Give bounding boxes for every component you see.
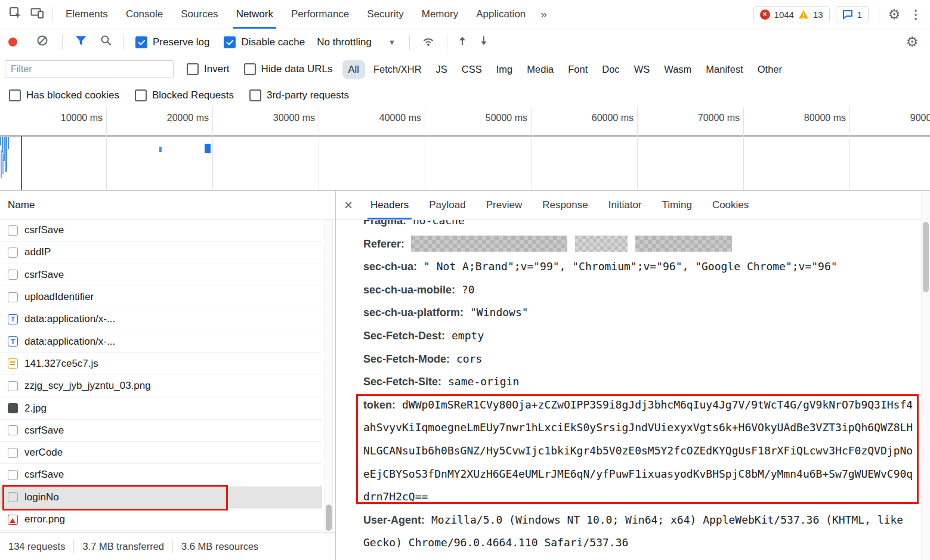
details-tab-preview[interactable]: Preview <box>476 191 532 219</box>
filter-pill-ws[interactable]: WS <box>628 60 656 79</box>
export-har-button[interactable] <box>473 31 495 54</box>
search-button[interactable] <box>95 31 117 54</box>
filter-pill-fetch-xhr[interactable]: Fetch/XHR <box>367 60 428 79</box>
toggle-device-toolbar-button[interactable] <box>26 3 48 26</box>
hide-data-urls-checkbox[interactable] <box>244 63 256 75</box>
request-row[interactable]: uploadIdentifier <box>0 286 322 308</box>
request-row[interactable]: verCode <box>0 442 322 464</box>
timeline-tick-label: 90000 ms <box>863 113 930 123</box>
request-row[interactable]: error.png <box>0 509 322 531</box>
has-blocked-cookies-checkbox[interactable] <box>9 89 21 101</box>
preserve-log-label: Preserve log <box>153 36 209 48</box>
request-row[interactable]: csrfSave <box>0 420 322 442</box>
filter-pill-doc[interactable]: Doc <box>596 60 625 79</box>
tab-memory[interactable]: Memory <box>413 0 467 29</box>
request-row[interactable]: csrfSave <box>0 219 322 242</box>
tab-network[interactable]: Network <box>227 0 282 29</box>
header-line-sec-fetch-site: Sec-Fetch-Site:same-origin <box>363 370 918 394</box>
header-name: sec-ch-ua-mobile: <box>363 284 455 296</box>
filter-pill-font[interactable]: Font <box>562 60 594 79</box>
request-row[interactable]: zzjg_scy_jyb_jyzntu_03.png <box>0 375 322 397</box>
filter-input[interactable] <box>5 60 174 78</box>
filter-toggle-button[interactable] <box>70 31 92 54</box>
inspect-element-button[interactable] <box>5 3 26 26</box>
errors-warnings-badge[interactable]: × 1044 13 <box>753 6 830 23</box>
header-line-sec-fetch-dest: Sec-Fetch-Dest:empty <box>363 324 918 348</box>
record-network-log-button[interactable] <box>8 38 17 47</box>
tab-security[interactable]: Security <box>358 0 412 29</box>
tab-application[interactable]: Application <box>467 0 534 29</box>
settings-button[interactable]: ⚙ <box>883 3 905 26</box>
details-tab-payload[interactable]: Payload <box>419 191 475 219</box>
throttling-select[interactable]: No throttling ▼ <box>317 36 396 48</box>
request-row[interactable]: 2.jpg <box>0 397 322 419</box>
details-tab-cookies[interactable]: Cookies <box>702 191 759 219</box>
request-row[interactable]: Tdata:application/x-... <box>0 330 322 352</box>
timeline-ruler-line <box>0 135 930 137</box>
filter-pill-manifest[interactable]: Manifest <box>700 60 749 79</box>
header-line-user-agent: User-Agent:Mozilla/5.0 (Windows NT 10.0;… <box>363 509 918 555</box>
request-row[interactable]: addIP <box>0 242 322 264</box>
details-tab-headers[interactable]: Headers <box>360 191 419 219</box>
timeline-activity-mark <box>8 137 9 149</box>
toolbar-divider <box>52 7 52 22</box>
document-icon <box>8 270 18 280</box>
filter-pill-all[interactable]: All <box>342 60 365 79</box>
tab-elements[interactable]: Elements <box>57 0 117 29</box>
filter-pill-css[interactable]: CSS <box>456 60 488 79</box>
funnel-icon <box>75 35 87 49</box>
header-name: User-Agent: <box>363 514 425 526</box>
header-name: sec-ch-ua: <box>363 261 417 273</box>
warning-count: 13 <box>813 10 823 20</box>
timeline-tick-label: 70000 ms <box>650 113 740 123</box>
third-party-requests-checkbox[interactable] <box>249 89 261 101</box>
close-details-button[interactable]: × <box>344 198 353 212</box>
resources-size: 3.6 MB resources <box>181 541 258 552</box>
request-list-scrollbar[interactable] <box>325 219 333 533</box>
request-row[interactable]: Tdata:application/x-... <box>0 308 322 330</box>
more-options-button[interactable]: ⋮ <box>905 3 926 26</box>
scrollbar-thumb[interactable] <box>923 222 929 292</box>
header-name: Sec-Fetch-Mode: <box>363 353 450 365</box>
document-icon <box>8 225 18 236</box>
import-har-button[interactable] <box>452 31 473 54</box>
details-scrollbar[interactable] <box>921 191 930 560</box>
disable-cache-checkbox[interactable] <box>224 36 236 48</box>
timeline-gridline <box>849 107 850 190</box>
image-thumbnail-icon <box>8 403 18 413</box>
message-count: 1 <box>857 10 862 20</box>
filter-pill-img[interactable]: Img <box>490 60 519 79</box>
scrollbar-thumb[interactable] <box>326 505 332 531</box>
tab-performance[interactable]: Performance <box>282 0 358 29</box>
filter-pill-media[interactable]: Media <box>521 60 560 79</box>
preserve-log-checkbox[interactable] <box>135 36 147 48</box>
filter-pill-wasm[interactable]: Wasm <box>658 60 697 79</box>
details-tab-response[interactable]: Response <box>532 191 598 219</box>
resource-type-filters: All Fetch/XHR JS CSS Img Media Font Doc … <box>341 60 789 79</box>
filter-pill-js[interactable]: JS <box>430 60 453 79</box>
network-conditions-button[interactable] <box>418 31 439 54</box>
tab-console[interactable]: Console <box>117 0 172 29</box>
filter-pill-other[interactable]: Other <box>752 60 788 79</box>
timeline-tick-label: 40000 ms <box>332 113 421 123</box>
network-overview-timeline[interactable]: 10000 ms20000 ms30000 ms40000 ms50000 ms… <box>0 107 930 191</box>
request-name: verCode <box>24 447 63 459</box>
request-row-loginno-selected[interactable]: loginNo <box>0 487 322 509</box>
name-column-header[interactable]: Name <box>0 191 335 219</box>
issues-badge[interactable]: 1 <box>836 6 869 23</box>
details-tab-timing[interactable]: Timing <box>652 191 702 219</box>
more-tabs-button[interactable]: » <box>534 8 553 21</box>
tab-sources[interactable]: Sources <box>172 0 227 29</box>
timeline-activity-mark <box>21 136 22 191</box>
network-settings-button[interactable]: ⚙ <box>901 31 923 54</box>
request-name: data:application/x-... <box>24 313 115 325</box>
request-row[interactable]: csrfSave <box>0 264 322 286</box>
request-row[interactable]: csrfSave <box>0 464 322 486</box>
request-row[interactable]: 141.327ce5c7.js <box>0 353 322 375</box>
invert-checkbox[interactable] <box>187 63 199 75</box>
details-tab-initiator[interactable]: Initiator <box>598 191 652 219</box>
network-filter-row-2: Has blocked cookies Blocked Requests 3rd… <box>0 83 930 108</box>
clear-network-log-button[interactable] <box>32 31 53 54</box>
devtools-window: Elements Console Sources Network Perform… <box>0 0 930 560</box>
blocked-requests-checkbox[interactable] <box>135 89 147 101</box>
